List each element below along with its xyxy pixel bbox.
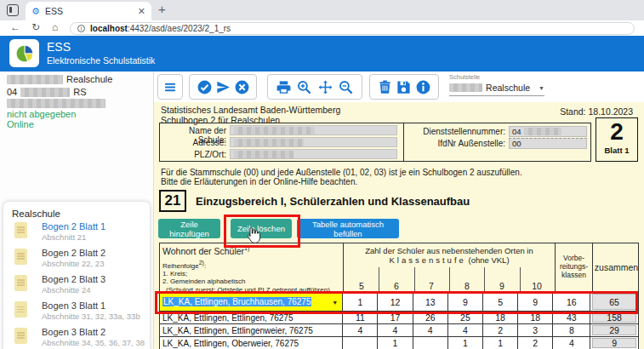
info-box-divider xyxy=(403,123,404,161)
autofill-button[interactable]: Tabelle automatisch befüllen xyxy=(297,219,399,238)
grade-header-9: 9 xyxy=(484,281,520,291)
name-field[interactable] xyxy=(230,125,397,135)
sum-cell: 9 xyxy=(590,337,638,349)
send-icon[interactable] xyxy=(215,79,231,95)
vkl-header-cell: Vorbe- reitungs- klassen xyxy=(555,243,592,293)
submission-status: nicht abgegeben xyxy=(7,109,76,119)
save-icon[interactable] xyxy=(396,79,412,95)
nav-item-label: Bogen 3 Blatt 2 xyxy=(42,327,105,337)
highlight-delete-button xyxy=(224,215,300,248)
grade-cell[interactable]: 4 xyxy=(343,324,378,336)
sheet-label: Blatt 1 xyxy=(604,146,629,155)
document-icon xyxy=(14,275,27,291)
ort-cell[interactable]: LK_KA, Ettlingen, Ettlingenweier, 76275 xyxy=(160,324,343,336)
zoom-in-icon[interactable] xyxy=(296,79,312,95)
grade-cell[interactable]: 1 xyxy=(483,337,518,349)
grade-header-5: 5 xyxy=(344,281,379,291)
nav-item-label: Bogen 2 Blatt 3 xyxy=(42,274,105,284)
redacted-school-code xyxy=(20,88,70,97)
schulstelle-label: Schulstelle xyxy=(449,73,544,81)
add-row-button[interactable]: Zeile hinzufügen xyxy=(158,219,220,238)
new-tab-button[interactable]: + xyxy=(158,2,166,16)
grade-cell[interactable]: 2 xyxy=(518,337,553,349)
ort-cell[interactable]: LK_KA, Ettlingen, Oberweier, 76275 xyxy=(160,337,343,349)
nav-item-label: Bogen 2 Blatt 2 xyxy=(42,248,105,258)
tab-close-icon[interactable]: ✕ xyxy=(138,6,145,17)
schulstelle-select[interactable]: Schulstelle Realschule ▼ xyxy=(449,73,544,96)
office-number-field[interactable]: 04 xyxy=(509,126,587,137)
grade-cell[interactable]: 1 xyxy=(448,337,483,349)
grade-cell[interactable]: 4 xyxy=(448,324,483,336)
redacted-name xyxy=(234,127,315,134)
document-icon xyxy=(14,328,27,344)
ess-logo-icon xyxy=(9,39,39,67)
info-icon[interactable] xyxy=(415,79,431,95)
grade-header-10: 10 xyxy=(519,281,555,291)
confirm-icon[interactable] xyxy=(197,79,213,95)
sidebar-item-bogen3-blatt2[interactable]: Bogen 3 Blatt 2 Abschnitte 34, 35, 36, 3… xyxy=(3,326,150,349)
app-title: ESS xyxy=(47,40,71,54)
workflow-button-group xyxy=(189,74,257,100)
browser-tab-strip: ⚙ ESS ✕ + xyxy=(0,0,644,20)
document-icon xyxy=(14,249,27,265)
document-icon xyxy=(14,222,27,238)
address-field[interactable] xyxy=(230,137,397,147)
grade-cell[interactable] xyxy=(343,337,378,349)
sidebar-item-bogen3-blatt1[interactable]: Bogen 3 Blatt 1 Abschnitte 31, 32, 33a, … xyxy=(3,300,150,325)
grade-header-8: 8 xyxy=(449,281,485,291)
nav-item-sub: Abschnitt 21 xyxy=(42,232,86,242)
grade-cell[interactable]: 2 xyxy=(483,324,518,336)
notice-line1: Für die Stammschule (00) und jede Außens… xyxy=(161,168,522,177)
view-button-group xyxy=(267,74,362,100)
ess-favicon-icon: ⚙ xyxy=(31,7,40,16)
sidebar-item-bogen2-blatt1[interactable]: Bogen 2 Blatt 1 Abschnitt 21 xyxy=(3,220,150,246)
hamburger-icon xyxy=(163,79,177,95)
vkl-cell[interactable]: 4 xyxy=(553,337,590,349)
chevron-down-icon: ▼ xyxy=(539,85,544,91)
menu-button[interactable] xyxy=(157,74,183,100)
grade-cell[interactable]: 3 xyxy=(518,324,553,336)
order-line1: 1. Kreis; xyxy=(162,270,340,278)
site-info-icon[interactable]: i xyxy=(77,25,85,32)
app-header: ESS Elektronische Schulstatistik xyxy=(0,36,644,72)
zoom-out-icon[interactable] xyxy=(338,79,354,95)
reject-icon[interactable] xyxy=(234,79,250,95)
grades-group-header: Zahl der Schüler aus nebenstehenden Orte… xyxy=(344,246,555,265)
school-code-suffix: RS xyxy=(73,87,86,97)
vkl-cell[interactable]: 8 xyxy=(553,324,590,336)
sheet-number-box: 2 Blatt 1 xyxy=(596,117,638,162)
document-icon xyxy=(14,301,27,318)
home-icon[interactable]: ⌂ xyxy=(52,21,58,33)
grade-cell[interactable]: 4 xyxy=(378,324,413,336)
browser-tab[interactable]: ⚙ ESS ✕ xyxy=(26,2,151,20)
redacted-address xyxy=(234,139,304,146)
branch-number-field[interactable]: 00 xyxy=(509,138,587,149)
school-type-label: Realschule xyxy=(66,74,112,84)
url-field[interactable]: i localhost:4432/asd/aes/2023/2_1_rs xyxy=(70,22,635,35)
file-button-group xyxy=(369,74,439,100)
schulstelle-value: Realschule xyxy=(486,83,530,93)
refresh-icon[interactable]: ↻ xyxy=(31,21,40,33)
grade-cell[interactable]: 4 xyxy=(413,324,448,336)
branch-number-label: IfdNr Außenstelle: xyxy=(407,139,505,148)
move-icon[interactable] xyxy=(317,79,333,95)
sidebar-item-bogen2-blatt3[interactable]: Bogen 2 Blatt 3 Abschnitte 24 xyxy=(3,273,150,299)
section-number-box: 21 xyxy=(159,190,186,212)
grade-header-7: 7 xyxy=(413,281,449,291)
nav-item-sub: Abschnitte 34, 35, 36, 37, 38 xyxy=(42,338,145,347)
print-icon[interactable] xyxy=(276,79,292,95)
sidebar-item-bogen2-blatt2[interactable]: Bogen 2 Blatt 2 Abschnitte 22, 23 xyxy=(3,247,150,272)
sheet-number: 2 xyxy=(610,118,624,146)
sum-cell: 29 xyxy=(590,324,638,336)
branch-number-value: 00 xyxy=(512,139,521,148)
wohnort-header-cell: Wohnort der Schüler1) Reihenfolge2): 1. … xyxy=(160,243,344,293)
redacted-school-extra xyxy=(7,99,105,108)
city-field[interactable] xyxy=(230,149,397,159)
address-label: Adresse: xyxy=(163,138,226,147)
grade-cell[interactable] xyxy=(413,337,448,349)
back-icon[interactable]: ← xyxy=(10,21,20,33)
delete-icon[interactable] xyxy=(377,79,393,95)
grade-cell[interactable]: 1 xyxy=(378,337,413,349)
tab-actions-icon[interactable] xyxy=(7,4,19,16)
online-status: Online xyxy=(7,119,34,129)
